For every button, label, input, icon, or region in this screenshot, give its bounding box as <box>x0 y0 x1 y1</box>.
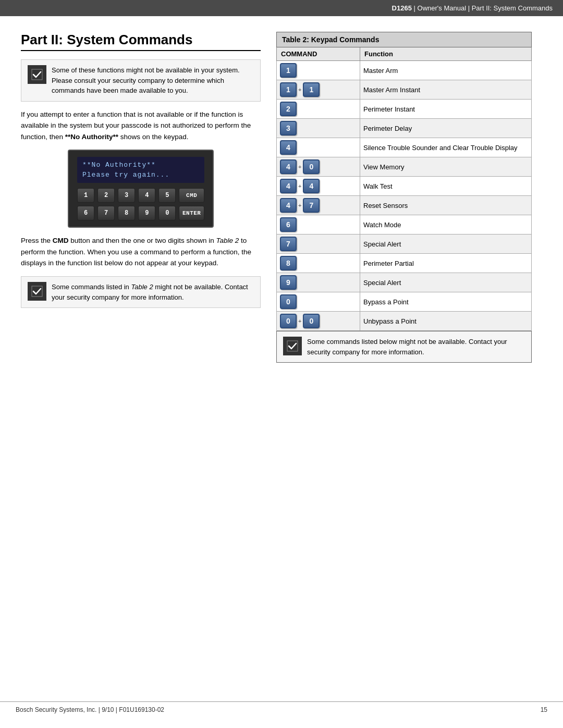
key-btn: 1 <box>303 82 320 97</box>
table-row: 1Master Arm <box>277 61 532 80</box>
table-row: 6Watch Mode <box>277 215 532 235</box>
section-label: Part II: System Commands <box>472 4 553 12</box>
function-cell: Perimeter Partial <box>360 254 532 273</box>
key-9[interactable]: 9 <box>138 206 155 220</box>
note-icon-2 <box>28 282 46 301</box>
key-btn: 0 <box>303 314 320 328</box>
function-cell: Master Arm Instant <box>360 80 532 100</box>
bottom-note-box: Some commands listed below might not be … <box>276 331 532 363</box>
note-icon-3 <box>283 337 302 355</box>
cmd-bold: CMD <box>53 237 69 244</box>
page-footer: Bosch Security Systems, Inc. | 9/10 | F0… <box>0 701 563 718</box>
footer-left: Bosch Security Systems, Inc. | 9/10 | F0… <box>16 706 164 713</box>
key-combo: 0+0 <box>280 314 357 328</box>
header-sep1: | <box>412 4 418 12</box>
function-cell: Unbypass a Point <box>360 312 532 331</box>
keypad-row-1: 1 2 3 4 5 CMD <box>77 188 204 203</box>
bottom-note-text: Some commands listed below might not be … <box>307 337 525 357</box>
command-cell: 9 <box>277 273 360 292</box>
function-cell: Walk Test <box>360 177 532 196</box>
keypad-row-2: 6 7 8 9 0 ENTER <box>77 206 204 220</box>
page-header: D1265 | Owner's Manual | Part II: System… <box>0 0 563 16</box>
table-row: 9Special Alert <box>277 273 532 292</box>
key-combo: 4+7 <box>280 198 357 213</box>
key-btn: 8 <box>280 256 297 270</box>
screen-no-authority: **No Authority** <box>82 161 199 169</box>
key-8[interactable]: 8 <box>118 206 135 220</box>
key-4[interactable]: 4 <box>138 188 155 203</box>
table2-italic: Table 2 <box>216 237 239 244</box>
key-btn: 7 <box>303 198 320 213</box>
plus-sign: + <box>298 183 301 189</box>
command-cell: 4+4 <box>277 177 360 196</box>
key-btn: 4 <box>280 179 297 193</box>
command-cell: 3 <box>277 119 360 138</box>
key-btn: 0 <box>280 314 297 328</box>
function-cell: Special Alert <box>360 235 532 254</box>
command-cell: 2 <box>277 100 360 119</box>
note-text-2: Some commands listed in Table 2 might no… <box>52 282 254 302</box>
table-row: 0+0Unbypass a Point <box>277 312 532 331</box>
table-row: 1+1Master Arm Instant <box>277 80 532 100</box>
key-3[interactable]: 3 <box>118 188 135 203</box>
checkmark-icon-2 <box>31 286 43 297</box>
command-cell: 4+0 <box>277 157 360 177</box>
key-btn: 6 <box>280 217 297 232</box>
key-2[interactable]: 2 <box>97 188 115 203</box>
key-6[interactable]: 6 <box>77 206 94 220</box>
command-cell: 8 <box>277 254 360 273</box>
key-btn: 4 <box>303 179 320 193</box>
keypad-screen: Master Arm **No Authority** Please try a… <box>77 157 204 183</box>
note2-table2-italic: Table 2 <box>131 283 153 291</box>
table-row: 2Perimeter Instant <box>277 100 532 119</box>
command-cell: 0 <box>277 292 360 312</box>
plus-sign: + <box>298 318 301 324</box>
body-text-2: Press the CMD button and then the one or… <box>21 235 261 269</box>
plus-sign: + <box>298 202 301 208</box>
screen-try-again: Please try again... <box>82 171 199 179</box>
table-row: 7Special Alert <box>277 235 532 254</box>
body-text-1: If you attempt to enter a function that … <box>21 109 261 143</box>
table-row: 4+0View Memory <box>277 157 532 177</box>
command-table: Table 2: Keypad Commands COMMAND Functio… <box>276 32 532 331</box>
table-row: 8Perimeter Partial <box>277 254 532 273</box>
note-text-1: Some of these functions might not be ava… <box>52 65 254 96</box>
key-btn: 9 <box>280 275 297 290</box>
part-title: Part II: System Commands <box>21 32 261 51</box>
keypad-display: Master Arm **No Authority** Please try a… <box>68 150 214 228</box>
table-row: 4+4Walk Test <box>277 177 532 196</box>
key-btn: 7 <box>280 237 297 251</box>
page-content: Part II: System Commands Some of these f… <box>0 16 563 373</box>
no-authority-bold: **No Authority** <box>65 133 118 141</box>
body1-after: shows on the keypad. <box>118 133 188 141</box>
model-number: D1265 <box>392 4 412 12</box>
table-row: 0Bypass a Point <box>277 292 532 312</box>
key-btn: 1 <box>280 63 297 78</box>
keypad-buttons: 1 2 3 4 5 CMD 6 7 8 9 0 ENTER <box>77 188 204 220</box>
key-0[interactable]: 0 <box>158 206 176 220</box>
col-command: COMMAND <box>277 47 360 61</box>
command-cell: 1+1 <box>277 80 360 100</box>
checkmark-icon-3 <box>287 340 298 352</box>
key-7[interactable]: 7 <box>97 206 115 220</box>
key-1[interactable]: 1 <box>77 188 94 203</box>
key-btn: 0 <box>303 159 320 174</box>
function-cell: View Memory <box>360 157 532 177</box>
plus-sign: + <box>298 164 301 170</box>
key-btn: 2 <box>280 102 297 116</box>
header-sep2: | <box>466 4 472 12</box>
key-5[interactable]: 5 <box>158 188 176 203</box>
table-title: Table 2: Keypad Commands <box>277 32 532 47</box>
function-cell: Perimeter Instant <box>360 100 532 119</box>
key-combo: 4+0 <box>280 159 357 174</box>
function-cell: Watch Mode <box>360 215 532 235</box>
key-btn: 4 <box>280 198 297 213</box>
function-cell: Reset Sensors <box>360 196 532 215</box>
key-enter[interactable]: ENTER <box>179 206 204 220</box>
function-cell: Silence Trouble Sounder and Clear Troubl… <box>360 138 532 157</box>
command-cell: 7 <box>277 235 360 254</box>
command-cell: 6 <box>277 215 360 235</box>
function-cell: Bypass a Point <box>360 292 532 312</box>
key-cmd[interactable]: CMD <box>179 188 204 203</box>
key-btn: 3 <box>280 121 297 135</box>
